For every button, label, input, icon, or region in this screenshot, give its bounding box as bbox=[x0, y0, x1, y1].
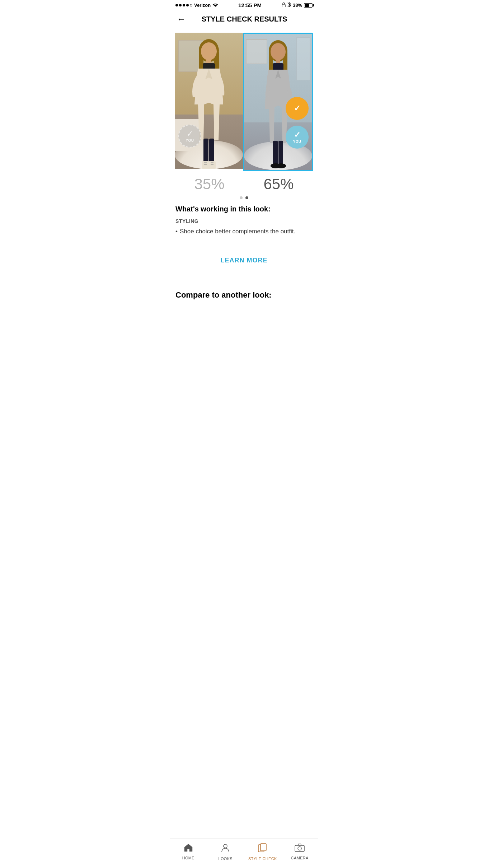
category-label: STYLING bbox=[175, 218, 313, 224]
divider-bottom bbox=[175, 276, 313, 276]
battery-percent: 38% bbox=[293, 3, 302, 8]
cards-icon bbox=[258, 843, 268, 855]
header: ← STYLE CHECK RESULTS bbox=[170, 10, 318, 29]
left-person-svg bbox=[175, 33, 243, 169]
nav-looks-label: LOOKS bbox=[219, 857, 233, 861]
learn-more-button[interactable]: LEARN MORE bbox=[175, 254, 313, 267]
home-icon bbox=[184, 843, 193, 854]
blue-you-label: YOU bbox=[293, 140, 301, 144]
nav-style-check[interactable]: STYLE CHECK bbox=[244, 842, 281, 862]
nav-home[interactable]: HOME bbox=[170, 842, 207, 862]
camera-icon bbox=[295, 843, 305, 854]
nav-home-label: HOME bbox=[182, 856, 194, 860]
left-outfit-image[interactable]: ✓ YOU bbox=[175, 33, 243, 171]
signal-dot-3 bbox=[183, 4, 185, 6]
page-title: STYLE CHECK RESULTS bbox=[187, 15, 302, 23]
dot-1[interactable] bbox=[240, 196, 243, 199]
nav-camera[interactable]: CAMERA bbox=[281, 842, 319, 862]
signal-dot-5 bbox=[190, 4, 192, 6]
blue-you-badge: ✓ YOU bbox=[286, 126, 309, 149]
content-section: What's working in this look: STYLING Sho… bbox=[170, 205, 318, 276]
left-you-label: YOU bbox=[186, 139, 194, 143]
nav-style-check-label: STYLE CHECK bbox=[248, 857, 277, 861]
left-photo-bg: ✓ YOU bbox=[175, 33, 243, 169]
signal-dot-2 bbox=[179, 4, 182, 6]
orange-vote-badge: ✓ bbox=[286, 97, 309, 120]
status-time: 12:55 PM bbox=[238, 2, 262, 8]
svg-rect-0 bbox=[282, 4, 285, 7]
svg-rect-12 bbox=[208, 161, 216, 169]
comparison-section: ✓ YOU bbox=[170, 29, 318, 171]
signal-dots bbox=[175, 4, 192, 6]
right-percentage: 65% bbox=[244, 176, 313, 193]
svg-rect-29 bbox=[261, 844, 266, 851]
left-you-badge: ✓ YOU bbox=[178, 125, 201, 148]
nav-looks[interactable]: LOOKS bbox=[207, 842, 244, 862]
person-icon bbox=[221, 843, 230, 855]
right-outfit-image[interactable]: ✓ ✓ YOU bbox=[243, 33, 313, 171]
nav-camera-label: CAMERA bbox=[291, 856, 309, 860]
orange-check-icon: ✓ bbox=[294, 104, 300, 112]
back-button[interactable]: ← bbox=[175, 13, 187, 25]
svg-rect-10 bbox=[209, 139, 214, 164]
svg-rect-24 bbox=[278, 141, 283, 165]
whats-working-heading: What's working in this look: bbox=[175, 205, 313, 213]
right-photo-bg: ✓ ✓ YOU bbox=[244, 34, 312, 170]
divider-top bbox=[175, 245, 313, 245]
svg-point-31 bbox=[298, 847, 301, 850]
svg-rect-30 bbox=[295, 845, 304, 851]
svg-point-27 bbox=[224, 844, 227, 848]
signal-dot-1 bbox=[175, 4, 178, 6]
status-bar: Verizon 12:55 PM 38% bbox=[170, 0, 318, 10]
svg-rect-9 bbox=[203, 139, 208, 164]
compare-title: Compare to another look: bbox=[175, 290, 313, 300]
svg-rect-23 bbox=[273, 141, 278, 165]
svg-point-26 bbox=[276, 163, 286, 168]
carrier-name: Verizon bbox=[194, 3, 211, 8]
battery-fill bbox=[305, 4, 309, 7]
bullet-styling: Shoe choice better complements the outfi… bbox=[175, 227, 313, 236]
bottom-nav: HOME LOOKS STYLE CHECK CAMERA bbox=[170, 839, 318, 868]
left-percentage: 35% bbox=[175, 176, 244, 193]
signal-dot-4 bbox=[186, 4, 189, 6]
status-right: 38% bbox=[282, 2, 313, 8]
battery-icon bbox=[304, 3, 313, 8]
images-container: ✓ YOU bbox=[175, 33, 313, 171]
svg-point-20 bbox=[271, 43, 286, 60]
svg-rect-11 bbox=[202, 161, 209, 169]
left-check-icon: ✓ bbox=[187, 130, 193, 138]
bluetooth-icon bbox=[287, 2, 291, 8]
wifi-icon bbox=[212, 3, 218, 8]
lock-icon bbox=[282, 2, 286, 8]
status-left: Verizon bbox=[175, 3, 218, 8]
compare-section: Compare to another look: bbox=[170, 285, 318, 336]
dots-indicator bbox=[170, 193, 318, 205]
dot-2[interactable] bbox=[245, 196, 248, 199]
svg-point-6 bbox=[201, 42, 217, 60]
blue-check-icon: ✓ bbox=[294, 131, 300, 139]
percentages-row: 35% 65% bbox=[170, 171, 318, 193]
